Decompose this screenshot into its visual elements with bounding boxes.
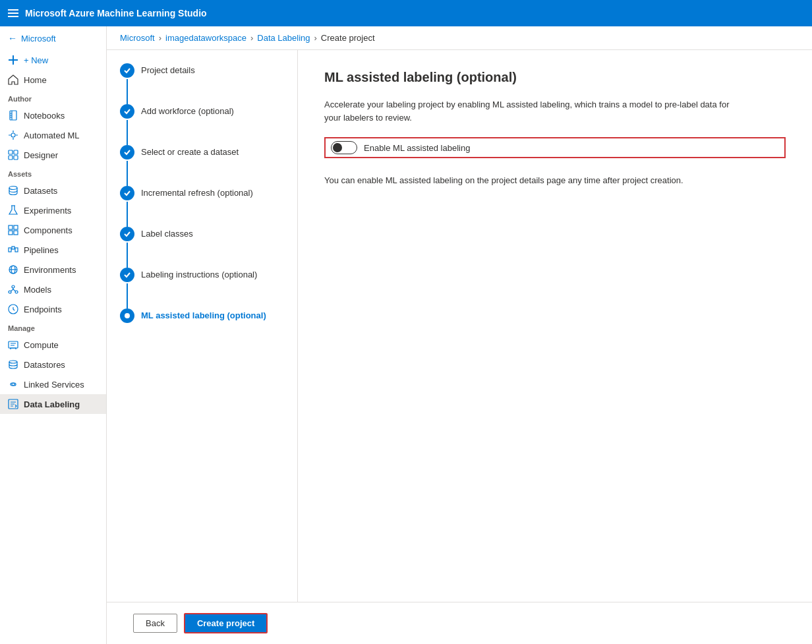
inner-layout: Project details Add workforce (optional) — [107, 50, 812, 602]
svg-point-16 — [12, 285, 14, 288]
step-project-details: Project details — [120, 63, 284, 104]
svg-rect-13 — [15, 248, 18, 252]
step-label-3: Select or create a dataset — [141, 146, 239, 158]
ml-assisted-toggle[interactable] — [331, 141, 357, 154]
svg-point-1 — [11, 133, 15, 137]
sidebar-item-datastores[interactable]: Datastores — [0, 355, 106, 374]
app-title: Microsoft Azure Machine Learning Studio — [25, 8, 207, 18]
sidebar-item-data-labeling[interactable]: Data Labeling — [0, 394, 106, 414]
step-circle-6 — [120, 268, 134, 282]
breadcrumb-workspace[interactable]: imagedataworkspace — [165, 33, 246, 43]
main-layout: ← Microsoft + New Home Author Notebooks — [0, 26, 812, 644]
step-ml-assisted: ML assisted labeling (optional) — [120, 308, 284, 323]
step-left-7 — [120, 308, 134, 323]
sidebar: ← Microsoft + New Home Author Notebooks — [0, 26, 107, 644]
sidebar-home-label: Home — [24, 75, 47, 85]
back-button[interactable]: Back — [133, 614, 177, 633]
sidebar-item-linked-services[interactable]: Linked Services — [0, 374, 106, 394]
step-circle-4 — [120, 186, 134, 200]
section-label-author: Author — [0, 90, 106, 105]
svg-point-20 — [9, 361, 17, 363]
step-circle-1 — [120, 63, 134, 78]
sidebar-designer-label: Designer — [24, 150, 58, 160]
experiments-icon — [8, 205, 18, 216]
step-content-5: Label classes — [141, 227, 193, 240]
plus-icon — [8, 55, 18, 65]
step-circle-5 — [120, 227, 134, 241]
svg-rect-3 — [14, 150, 18, 154]
svg-rect-7 — [9, 225, 13, 229]
sidebar-item-endpoints[interactable]: Endpoints — [0, 299, 106, 319]
sidebar-item-notebooks[interactable]: Notebooks — [0, 105, 106, 125]
step-label-6: Labeling instructions (optional) — [141, 268, 257, 281]
breadcrumb-current: Create project — [321, 33, 375, 43]
step-left-1 — [120, 63, 134, 104]
page-title: ML assisted labeling (optional) — [324, 70, 786, 85]
svg-rect-8 — [14, 225, 18, 229]
svg-rect-5 — [14, 156, 18, 160]
sidebar-item-automated-ml[interactable]: Automated ML — [0, 125, 106, 145]
step-incremental-refresh: Incremental refresh (optional) — [120, 186, 284, 227]
sidebar-item-experiments[interactable]: Experiments — [0, 200, 106, 220]
step-left-3 — [120, 145, 134, 186]
sidebar-endpoints-label: Endpoints — [24, 305, 62, 314]
step-content-1: Project details — [141, 63, 195, 76]
sidebar-back-label: Microsoft — [21, 34, 56, 44]
description-text: Accelerate your labeling project by enab… — [324, 98, 746, 124]
step-label-5: Label classes — [141, 227, 193, 240]
step-circle-3 — [120, 145, 134, 160]
environments-icon — [8, 264, 18, 275]
step-left-6 — [120, 268, 134, 308]
step-left-5 — [120, 227, 134, 268]
svg-rect-9 — [9, 231, 13, 235]
section-label-assets: Assets — [0, 165, 106, 181]
step-label-2: Add workforce (optional) — [141, 105, 234, 117]
compute-icon — [8, 339, 18, 350]
svg-rect-2 — [9, 150, 13, 154]
step-content-3: Select or create a dataset — [141, 145, 239, 158]
step-label-1: Project details — [141, 64, 195, 76]
automated-ml-icon — [8, 130, 18, 140]
hamburger-menu[interactable] — [8, 9, 18, 17]
step-circle-7 — [120, 308, 134, 323]
sidebar-datastores-label: Datastores — [24, 360, 65, 370]
sidebar-item-pipelines[interactable]: Pipelines — [0, 240, 106, 260]
sidebar-pipelines-label: Pipelines — [24, 245, 59, 255]
sidebar-item-new[interactable]: + New — [0, 50, 106, 70]
toggle-knob — [333, 143, 342, 152]
sidebar-models-label: Models — [24, 285, 51, 295]
step-line-5 — [127, 243, 128, 268]
sidebar-item-datasets[interactable]: Datasets — [0, 181, 106, 200]
toggle-label: Enable ML assisted labeling — [364, 143, 470, 153]
create-project-button[interactable]: Create project — [184, 613, 268, 633]
step-label-4: Incremental refresh (optional) — [141, 187, 253, 199]
step-add-workforce: Add workforce (optional) — [120, 104, 284, 145]
step-line-2 — [127, 120, 128, 145]
sidebar-linked-services-label: Linked Services — [24, 380, 84, 390]
datastores-icon — [8, 359, 18, 370]
models-icon — [8, 284, 18, 295]
pipelines-icon — [8, 245, 18, 255]
svg-rect-10 — [14, 231, 18, 235]
sidebar-automated-label: Automated ML — [24, 131, 80, 140]
sidebar-item-models[interactable]: Models — [0, 279, 106, 299]
svg-rect-19 — [9, 341, 18, 348]
step-line-1 — [127, 79, 128, 104]
step-line-4 — [127, 202, 128, 227]
sidebar-item-designer[interactable]: Designer — [0, 145, 106, 165]
breadcrumb-data-labeling[interactable]: Data Labeling — [257, 33, 310, 43]
step-left-2 — [120, 104, 134, 145]
step-select-dataset: Select or create a dataset — [120, 145, 284, 186]
sidebar-item-compute[interactable]: Compute — [0, 335, 106, 355]
breadcrumb-microsoft[interactable]: Microsoft — [120, 33, 155, 43]
sidebar-item-environments[interactable]: Environments — [0, 260, 106, 279]
step-labeling-instructions: Labeling instructions (optional) — [120, 268, 284, 308]
step-circle-2 — [120, 104, 134, 119]
sidebar-item-components[interactable]: Components — [0, 220, 106, 240]
sidebar-item-home[interactable]: Home — [0, 70, 106, 90]
designer-icon — [8, 150, 18, 160]
step-content-7: ML assisted labeling (optional) — [141, 308, 266, 322]
sidebar-components-label: Components — [24, 225, 72, 235]
sidebar-back[interactable]: ← Microsoft — [0, 26, 106, 50]
sidebar-datasets-label: Datasets — [24, 186, 57, 196]
